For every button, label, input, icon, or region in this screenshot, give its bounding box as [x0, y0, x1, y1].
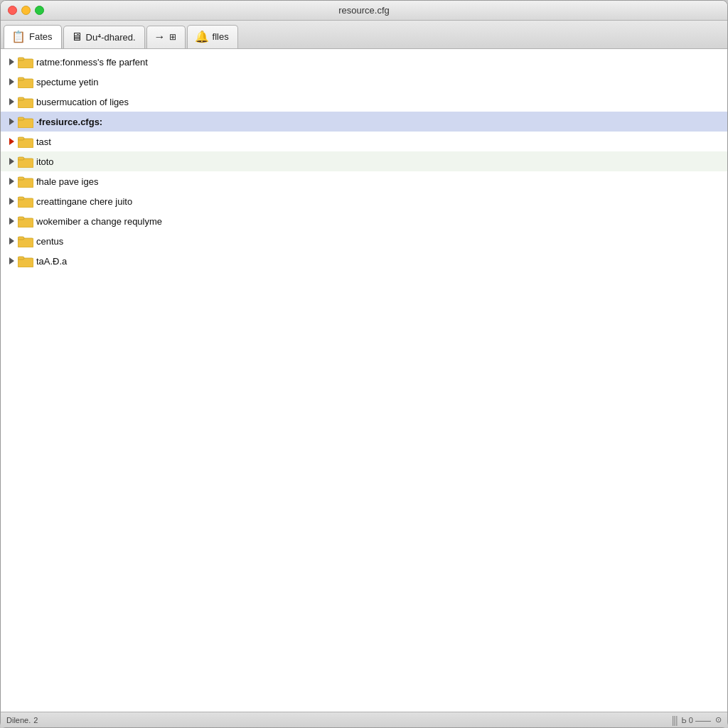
expander-arrow-icon[interactable]: [5, 215, 18, 228]
svg-rect-9: [18, 137, 24, 140]
status-extra-icon: ⊙: [715, 715, 722, 724]
folder-icon: [18, 75, 33, 88]
tab-arrow-grid[interactable]: → ⊞: [146, 26, 186, 48]
file-name-label: ratme:fonmess's ffe parfent: [36, 57, 148, 68]
file-name-label: itoto: [36, 156, 54, 167]
file-name-label: tast: [36, 136, 51, 147]
minimize-button[interactable]: [21, 6, 31, 15]
window: resource.cfg 📋 Fates 🖥 Du⁴-dhared. → ⊞ 🔔…: [0, 0, 728, 728]
folder-icon: [18, 215, 33, 228]
tab-dual-shared-icon: 🖥: [71, 31, 82, 43]
status-bar: Dilene. 2 ||| Ь 0 —— ⊙: [1, 712, 727, 727]
list-item[interactable]: ·fresiurce.cfgs:: [1, 112, 727, 132]
status-left: Dilene. 2: [6, 716, 38, 724]
file-name-label: busermucation of liges: [36, 97, 129, 107]
expander-arrow-icon[interactable]: [5, 115, 18, 128]
svg-rect-21: [18, 257, 24, 259]
list-item[interactable]: fhale pave iges: [1, 171, 727, 191]
status-label: Dilene.: [6, 716, 31, 724]
maximize-button[interactable]: [35, 6, 44, 15]
file-name-label: fhale pave iges: [36, 176, 98, 187]
list-item[interactable]: ratme:fonmess's ffe parfent: [1, 52, 727, 72]
list-item[interactable]: spectume yetin: [1, 72, 727, 92]
expander-arrow-icon[interactable]: [5, 55, 18, 68]
tab-dual-shared[interactable]: 🖥 Du⁴-dhared.: [63, 26, 145, 48]
file-name-label: creattingane chere juito: [36, 196, 132, 207]
expander-arrow-icon[interactable]: [5, 75, 18, 88]
expander-arrow-icon[interactable]: [5, 135, 18, 148]
list-item[interactable]: wokemiber a change requlyme: [1, 211, 727, 231]
expander-arrow-icon[interactable]: [5, 155, 18, 168]
svg-rect-15: [18, 197, 24, 200]
tab-files-label: flles: [213, 31, 229, 42]
status-right: ||| Ь 0 —— ⊙: [672, 714, 722, 726]
folder-icon: [18, 115, 33, 128]
svg-rect-19: [18, 237, 24, 240]
expander-arrow-icon[interactable]: [5, 95, 18, 108]
svg-rect-3: [18, 77, 24, 80]
tab-fates-label: Fates: [29, 31, 53, 42]
tab-arrow-grid-icon: →: [154, 31, 166, 43]
list-item[interactable]: tast: [1, 132, 727, 151]
svg-rect-5: [18, 97, 24, 100]
list-item[interactable]: taA.Ð.a: [1, 251, 727, 271]
close-button[interactable]: [8, 6, 17, 15]
expander-arrow-icon[interactable]: [5, 175, 18, 188]
folder-icon: [18, 195, 33, 208]
folder-icon: [18, 235, 33, 247]
tab-files[interactable]: 🔔 flles: [187, 25, 238, 48]
file-name-label: centus: [36, 236, 63, 247]
list-item[interactable]: busermucation of liges: [1, 92, 727, 112]
window-controls: [8, 6, 44, 15]
folder-icon: [18, 135, 33, 148]
expander-arrow-icon[interactable]: [5, 235, 18, 247]
folder-icon: [18, 55, 33, 68]
folder-icon: [18, 175, 33, 188]
svg-rect-1: [18, 58, 24, 60]
file-list-content: ratme:fonmess's ffe parfent spectume yet…: [1, 49, 727, 712]
svg-rect-7: [18, 117, 24, 120]
expander-arrow-icon[interactable]: [5, 195, 18, 208]
list-item[interactable]: itoto: [1, 151, 727, 171]
svg-rect-11: [18, 157, 24, 160]
tab-dual-shared-label: Du⁴-dhared.: [86, 32, 136, 43]
list-item[interactable]: centus: [1, 231, 727, 251]
file-name-label: spectume yetin: [36, 77, 98, 87]
folder-icon: [18, 155, 33, 168]
expander-arrow-icon[interactable]: [5, 255, 18, 267]
file-name-label: wokemiber a change requlyme: [36, 216, 162, 227]
window-title: resource.cfg: [338, 5, 390, 16]
svg-rect-13: [18, 177, 24, 180]
tab-fates[interactable]: 📋 Fates: [4, 25, 62, 48]
status-icons: Ь 0 ——: [682, 716, 711, 724]
tab-fates-icon: 📋: [11, 30, 26, 43]
list-item[interactable]: creattingane chere juito: [1, 191, 727, 211]
title-bar: resource.cfg: [1, 1, 727, 21]
tab-files-icon: 🔔: [195, 30, 209, 43]
toolbar: 📋 Fates 🖥 Du⁴-dhared. → ⊞ 🔔 flles: [1, 21, 727, 49]
file-name-label: taA.Ð.a: [36, 256, 67, 267]
status-count: 2: [33, 716, 38, 724]
file-name-label: ·fresiurce.cfgs:: [36, 117, 102, 127]
tab-arrow-grid-extra: ⊞: [169, 32, 176, 42]
folder-icon: [18, 95, 33, 108]
svg-rect-17: [18, 217, 24, 220]
folder-icon: [18, 255, 33, 267]
status-divider: |||: [672, 714, 678, 726]
